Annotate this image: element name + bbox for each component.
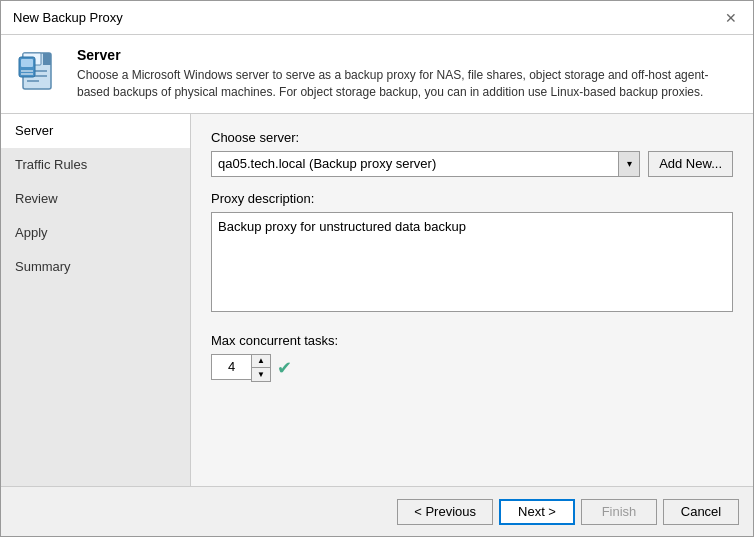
sidebar-item-apply[interactable]: Apply: [1, 216, 190, 250]
finish-button[interactable]: Finish: [581, 499, 657, 525]
concurrent-spinner: ▲ ▼: [211, 354, 271, 382]
server-icon: [15, 47, 63, 95]
sidebar: Server Traffic Rules Review Apply Summar…: [1, 114, 191, 486]
server-dropdown-wrapper: qa05.tech.local (Backup proxy server) ▾: [211, 151, 640, 177]
svg-rect-7: [21, 59, 33, 67]
footer: < Previous Next > Finish Cancel: [1, 486, 753, 536]
header-section: Server Choose a Microsoft Windows server…: [1, 35, 753, 114]
concurrent-input[interactable]: [211, 354, 251, 380]
header-title: Server: [77, 47, 739, 63]
svg-rect-2: [43, 53, 51, 65]
spinner-down-button[interactable]: ▼: [252, 368, 270, 381]
spinner-buttons: ▲ ▼: [251, 354, 271, 382]
sidebar-item-summary[interactable]: Summary: [1, 250, 190, 284]
dialog-title: New Backup Proxy: [13, 10, 123, 25]
main-content: Choose server: qa05.tech.local (Backup p…: [191, 114, 753, 486]
server-dropdown[interactable]: qa05.tech.local (Backup proxy server): [211, 151, 640, 177]
header-description: Choose a Microsoft Windows server to ser…: [77, 67, 739, 101]
concurrent-section: Max concurrent tasks: ▲ ▼ ✔: [211, 333, 733, 382]
cancel-button[interactable]: Cancel: [663, 499, 739, 525]
concurrent-row: ▲ ▼ ✔: [211, 354, 733, 382]
proxy-description-textarea[interactable]: Backup proxy for unstructured data backu…: [211, 212, 733, 312]
proxy-description-label: Proxy description:: [211, 191, 733, 206]
sidebar-item-traffic-rules[interactable]: Traffic Rules: [1, 148, 190, 182]
header-text: Server Choose a Microsoft Windows server…: [77, 47, 739, 101]
previous-button[interactable]: < Previous: [397, 499, 493, 525]
sidebar-item-review[interactable]: Review: [1, 182, 190, 216]
max-concurrent-label: Max concurrent tasks:: [211, 333, 733, 348]
spinner-up-button[interactable]: ▲: [252, 355, 270, 368]
dialog-window: New Backup Proxy ✕ Server Choose a Mi: [0, 0, 754, 537]
server-row: qa05.tech.local (Backup proxy server) ▾ …: [211, 151, 733, 177]
choose-server-label: Choose server:: [211, 130, 733, 145]
next-button[interactable]: Next >: [499, 499, 575, 525]
content-area: Server Traffic Rules Review Apply Summar…: [1, 114, 753, 486]
title-bar: New Backup Proxy ✕: [1, 1, 753, 35]
add-new-button[interactable]: Add New...: [648, 151, 733, 177]
valid-icon: ✔: [277, 357, 292, 379]
close-button[interactable]: ✕: [721, 8, 741, 28]
sidebar-item-server[interactable]: Server: [1, 114, 190, 148]
